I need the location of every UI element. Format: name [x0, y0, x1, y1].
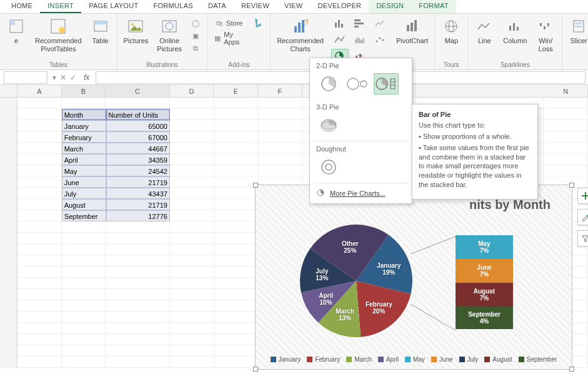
tab-design[interactable]: DESIGN: [369, 0, 411, 13]
online-pictures-button[interactable]: Online Pictures: [154, 15, 184, 54]
cell[interactable]: 65000: [106, 120, 170, 131]
cell[interactable]: [214, 233, 259, 244]
cell[interactable]: [214, 120, 259, 131]
insert-scatter-chart-button[interactable]: [371, 33, 389, 46]
col-header-n[interactable]: N: [544, 85, 588, 97]
cell[interactable]: [170, 345, 214, 357]
cell[interactable]: [170, 255, 214, 267]
tab-data[interactable]: DATA: [201, 0, 234, 13]
row-header[interactable]: [0, 109, 17, 120]
cell[interactable]: [214, 154, 259, 165]
cell[interactable]: January: [62, 120, 106, 131]
chart-filters-button[interactable]: [577, 230, 588, 246]
row-header[interactable]: [0, 188, 17, 199]
recommended-charts-button[interactable]: ? Recommended Charts: [274, 15, 326, 54]
cell[interactable]: [62, 300, 106, 312]
row-header[interactable]: [0, 233, 17, 244]
cell[interactable]: [214, 289, 259, 300]
cell[interactable]: March: [62, 143, 106, 154]
legend-item-august[interactable]: August: [484, 356, 512, 363]
cell[interactable]: [62, 244, 106, 255]
cell[interactable]: [170, 199, 214, 210]
cell[interactable]: [214, 199, 259, 210]
cell[interactable]: [544, 165, 588, 176]
legend-item-july[interactable]: July: [459, 356, 479, 363]
row-header[interactable]: [0, 278, 17, 289]
cell[interactable]: [214, 188, 259, 199]
cell[interactable]: [214, 345, 259, 357]
cell[interactable]: August: [62, 199, 106, 210]
cell[interactable]: [106, 357, 169, 368]
cell[interactable]: [170, 221, 214, 233]
cell[interactable]: [106, 334, 169, 345]
cell[interactable]: [62, 357, 106, 368]
col-header-f[interactable]: F: [258, 85, 302, 97]
cell[interactable]: [170, 278, 214, 289]
insert-bar-chart-button[interactable]: [351, 16, 369, 30]
tab-format[interactable]: FORMAT: [411, 0, 456, 13]
chart-legend[interactable]: JanuaryFebruaryMarchAprilMayJuneJulyAugu…: [256, 356, 572, 363]
row-header[interactable]: [0, 345, 17, 357]
row-header[interactable]: [0, 300, 17, 312]
cell[interactable]: [259, 165, 303, 176]
row-header[interactable]: [0, 289, 17, 300]
more-pie-charts-button[interactable]: More Pie Charts...: [310, 183, 412, 203]
cell[interactable]: [214, 278, 259, 289]
cell[interactable]: [62, 323, 106, 334]
cell[interactable]: [106, 312, 169, 323]
pie-2d-option[interactable]: [316, 73, 341, 94]
cell[interactable]: [170, 143, 214, 154]
cell[interactable]: [17, 210, 62, 221]
row-header[interactable]: [0, 323, 17, 334]
bar-seg-may[interactable]: May7%: [456, 235, 513, 259]
pictures-button[interactable]: Pictures: [121, 15, 151, 46]
cell[interactable]: [106, 255, 169, 267]
cell[interactable]: [259, 109, 303, 120]
row-header[interactable]: [0, 165, 17, 176]
cell[interactable]: [17, 199, 62, 210]
sparkline-line-button[interactable]: Line: [472, 15, 497, 46]
insert-area-chart-button[interactable]: [351, 33, 369, 46]
row-header[interactable]: [0, 357, 17, 368]
cell[interactable]: [17, 154, 62, 165]
insert-column-chart-button[interactable]: [331, 16, 349, 30]
row-header[interactable]: [0, 176, 17, 188]
row-header[interactable]: [0, 221, 17, 233]
cell[interactable]: 24542: [106, 165, 170, 176]
cell[interactable]: [544, 120, 588, 131]
cell[interactable]: [544, 143, 588, 154]
cell[interactable]: June: [62, 176, 106, 188]
cell[interactable]: April: [62, 154, 106, 165]
cell[interactable]: [544, 98, 588, 109]
cell[interactable]: [17, 109, 62, 120]
cell[interactable]: Number of Units: [106, 109, 170, 120]
row-header[interactable]: [0, 199, 17, 210]
cell[interactable]: [170, 244, 214, 255]
row-header[interactable]: [0, 98, 17, 109]
fx-icon[interactable]: fx: [80, 73, 93, 82]
row-header[interactable]: [0, 120, 17, 131]
cell[interactable]: Month: [62, 109, 106, 120]
cell[interactable]: [62, 334, 106, 345]
cell[interactable]: [259, 154, 303, 165]
cell[interactable]: [170, 233, 214, 244]
cell[interactable]: [214, 131, 259, 143]
cell[interactable]: [62, 312, 106, 323]
cell[interactable]: [170, 98, 214, 109]
cell[interactable]: [17, 176, 62, 188]
cell[interactable]: [17, 323, 62, 334]
cell[interactable]: [106, 221, 169, 233]
row-header[interactable]: [0, 312, 17, 323]
bar-seg-august[interactable]: August7%: [456, 283, 513, 307]
cell[interactable]: [214, 300, 259, 312]
cell[interactable]: [106, 345, 169, 357]
select-all-corner[interactable]: [0, 85, 17, 97]
cell[interactable]: [170, 312, 214, 323]
row-header[interactable]: [0, 334, 17, 345]
bar-seg-september[interactable]: September4%: [456, 307, 513, 329]
cell[interactable]: [214, 210, 259, 221]
cell[interactable]: [544, 131, 588, 143]
cell[interactable]: [214, 143, 259, 154]
cancel-formula-icon[interactable]: ✕: [60, 73, 66, 82]
store-button[interactable]: 🛍Store: [211, 18, 246, 29]
